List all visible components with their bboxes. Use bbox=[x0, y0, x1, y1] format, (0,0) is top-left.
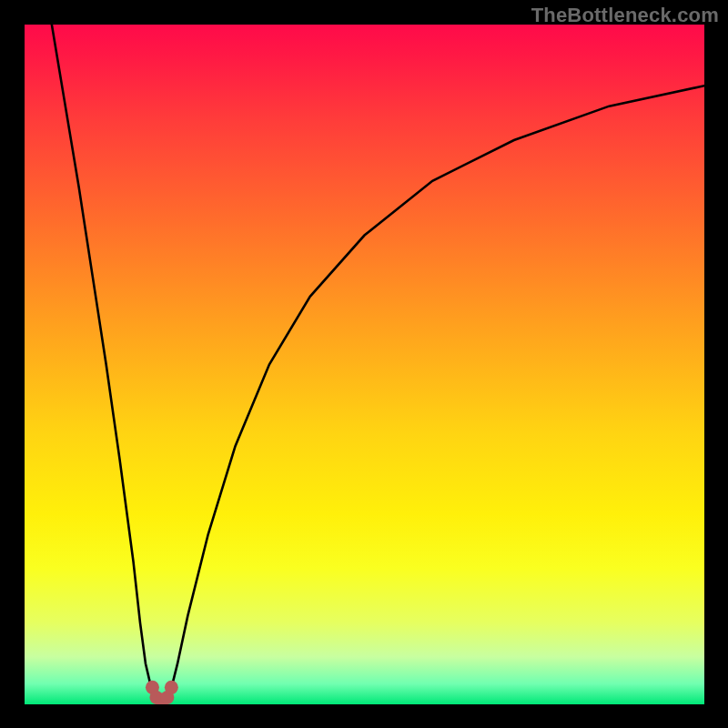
outer-frame: TheBottleneck.com bbox=[0, 0, 728, 728]
plot-area bbox=[25, 25, 704, 704]
left-curve bbox=[52, 25, 156, 701]
right-curve bbox=[167, 86, 704, 701]
valley-dots bbox=[146, 681, 178, 704]
curve-layer bbox=[25, 25, 704, 704]
valley-marker bbox=[165, 681, 178, 694]
